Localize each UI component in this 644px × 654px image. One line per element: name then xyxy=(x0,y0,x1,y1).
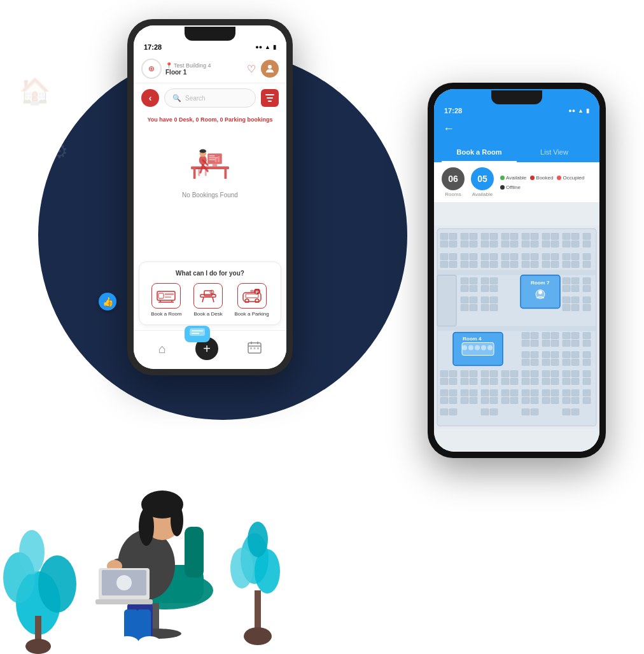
right-time: 17:28 xyxy=(444,107,462,115)
svg-rect-61 xyxy=(481,241,489,247)
svg-rect-72 xyxy=(551,233,559,240)
svg-rect-52 xyxy=(449,233,457,240)
svg-rect-100 xyxy=(531,261,538,268)
available-rooms-stat: 05 Available xyxy=(471,167,494,197)
svg-rect-160 xyxy=(542,340,550,347)
right-back-button[interactable]: ← xyxy=(443,122,454,136)
total-rooms-label: Rooms xyxy=(445,191,461,197)
filter-button[interactable] xyxy=(261,89,279,107)
phone-left: 17:28 ●● ▲ ▮ ⊕ 📍 Test Building xyxy=(127,19,293,375)
svg-rect-99 xyxy=(522,261,529,268)
left-battery-icon: ▮ xyxy=(273,44,276,50)
search-input-field[interactable]: 🔍 Search xyxy=(164,88,256,108)
svg-rect-220 xyxy=(481,390,489,396)
no-bookings-illustration xyxy=(181,139,239,184)
svg-point-0 xyxy=(268,65,272,69)
svg-rect-208 xyxy=(563,379,570,385)
svg-rect-78 xyxy=(571,241,579,247)
available-label: Available xyxy=(506,175,526,181)
search-placeholder: Search xyxy=(185,95,206,102)
svg-rect-144 xyxy=(583,305,591,311)
svg-rect-127 xyxy=(563,286,570,292)
svg-rect-248 xyxy=(563,409,570,415)
svg-rect-68 xyxy=(531,233,538,240)
book-parking-label: Book a Parking xyxy=(235,311,269,317)
book-desk-action[interactable]: Book a Desk xyxy=(193,283,223,317)
svg-rect-201 xyxy=(531,379,538,385)
svg-rect-130 xyxy=(583,286,591,292)
svg-rect-200 xyxy=(522,379,529,385)
legend-available: Available xyxy=(500,175,526,181)
svg-rect-230 xyxy=(522,398,529,404)
svg-rect-181 xyxy=(583,359,591,366)
svg-rect-245 xyxy=(490,409,498,415)
floor-plan-svg: Room 7 xyxy=(434,203,599,452)
svg-rect-225 xyxy=(510,390,518,396)
svg-rect-26 xyxy=(165,296,171,298)
svg-rect-182 xyxy=(440,371,448,377)
available-rooms-count: 05 xyxy=(471,167,494,190)
svg-rect-234 xyxy=(542,398,550,404)
svg-rect-85 xyxy=(461,254,468,260)
svg-rect-163 xyxy=(571,333,579,339)
phone-right: 17:28 ●● ▲ ▮ ← Book a Room List View xyxy=(428,83,606,458)
book-parking-action[interactable]: P Book a Parking xyxy=(235,283,269,317)
svg-point-283 xyxy=(248,522,268,557)
svg-rect-162 xyxy=(563,333,570,339)
svg-rect-87 xyxy=(461,261,468,268)
calendar-nav-icon[interactable] xyxy=(248,341,262,357)
svg-rect-242 xyxy=(440,409,448,415)
app-logo: ⊕ xyxy=(141,59,162,79)
right-app-screen: 17:28 ●● ▲ ▮ ← Book a Room List View xyxy=(434,89,599,452)
svg-rect-272 xyxy=(95,599,153,604)
phone-right-screen: 17:28 ●● ▲ ▮ ← Book a Room List View xyxy=(434,89,599,452)
svg-point-279 xyxy=(244,627,272,645)
book-desk-label: Book a Desk xyxy=(193,311,222,317)
svg-rect-221 xyxy=(490,390,498,396)
svg-rect-207 xyxy=(571,371,579,377)
svg-rect-199 xyxy=(531,371,538,377)
svg-point-37 xyxy=(245,299,249,303)
user-avatar[interactable] xyxy=(261,60,279,78)
person-illustration xyxy=(0,349,305,654)
svg-rect-64 xyxy=(510,233,518,240)
svg-rect-226 xyxy=(501,398,509,404)
svg-rect-166 xyxy=(583,333,591,339)
svg-rect-164 xyxy=(563,340,570,347)
svg-rect-94 xyxy=(510,254,518,260)
phone-left-screen: 17:28 ●● ▲ ▮ ⊕ 📍 Test Building xyxy=(134,25,286,369)
svg-rect-126 xyxy=(571,278,579,284)
svg-rect-102 xyxy=(551,254,559,260)
thumbs-up-badge: 👍 xyxy=(99,293,116,310)
home-nav-icon[interactable]: ⌂ xyxy=(158,342,166,356)
svg-rect-106 xyxy=(571,254,579,260)
svg-rect-9 xyxy=(209,155,215,157)
svg-rect-139 xyxy=(563,297,570,303)
svg-point-273 xyxy=(116,575,132,590)
favorites-icon[interactable]: ♡ xyxy=(247,63,256,75)
svg-rect-237 xyxy=(571,390,579,396)
svg-rect-158 xyxy=(542,333,550,339)
svg-rect-97 xyxy=(522,254,529,260)
svg-rect-244 xyxy=(481,409,489,415)
svg-rect-11 xyxy=(209,159,216,160)
svg-rect-113 xyxy=(461,278,468,284)
legend-offline: Offline xyxy=(500,184,521,190)
svg-rect-13 xyxy=(218,157,220,162)
left-wifi-icon: ▲ xyxy=(265,44,270,50)
svg-rect-206 xyxy=(563,371,570,377)
tab-list-view[interactable]: List View xyxy=(517,143,592,162)
book-room-action[interactable]: Book a Room xyxy=(151,283,181,317)
left-status-icons: ●● ▲ ▮ xyxy=(255,44,276,50)
svg-rect-177 xyxy=(571,352,579,358)
svg-rect-169 xyxy=(531,352,538,358)
svg-rect-211 xyxy=(583,379,591,385)
tab-book-room[interactable]: Book a Room xyxy=(442,143,517,162)
left-header: ⊕ 📍 Test Building 4 Floor 1 ♡ xyxy=(134,55,286,83)
svg-rect-92 xyxy=(490,261,498,268)
svg-point-149 xyxy=(462,345,467,351)
svg-rect-258 xyxy=(185,527,204,578)
svg-rect-142 xyxy=(571,305,579,311)
back-button[interactable]: ‹ xyxy=(141,89,159,107)
svg-rect-174 xyxy=(542,359,550,366)
